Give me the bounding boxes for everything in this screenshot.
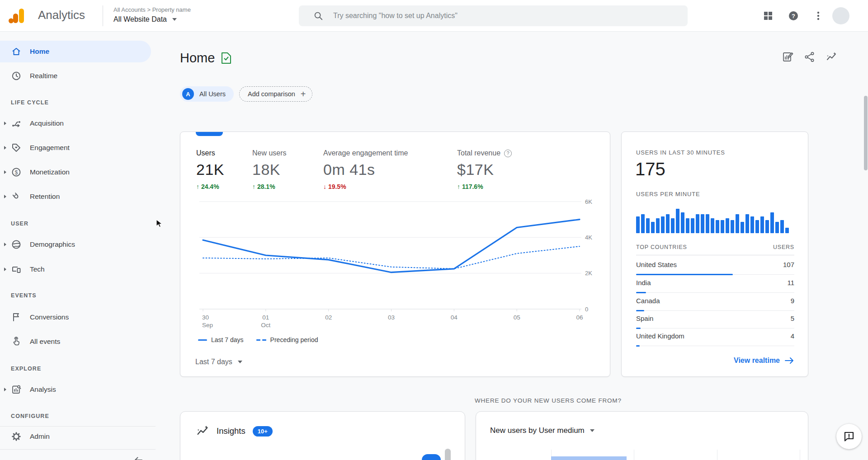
monetization-icon: $ — [11, 167, 22, 178]
sidebar-item-analysis[interactable]: Analysis — [0, 380, 156, 399]
users-trend-line-chart: 02K4K6K30Sep01Oct0203040506 — [190, 199, 602, 333]
expand-caret-icon[interactable] — [4, 268, 6, 271]
more-options-icon[interactable] — [814, 11, 822, 21]
mouse-cursor — [156, 219, 165, 228]
engagement-icon — [11, 142, 22, 153]
sidebar-item-retention[interactable]: Retention — [0, 188, 156, 206]
doc-check-icon — [221, 52, 231, 64]
insights-sparkle-icon — [196, 424, 209, 438]
all-events-icon — [11, 336, 22, 347]
minute-bar — [721, 220, 724, 233]
metric-value: 0m 41s — [323, 161, 408, 178]
demographics-icon — [11, 239, 22, 250]
apps-grid-icon[interactable] — [763, 11, 773, 21]
expand-caret-icon[interactable] — [4, 122, 6, 125]
sidebar-item-home[interactable]: Home — [0, 41, 151, 62]
metric-value: 18K — [252, 161, 287, 178]
insights-header[interactable]: Insights 10+ — [196, 424, 273, 438]
sidebar-item-admin[interactable]: Admin — [0, 427, 156, 446]
legend-preceding-period: Preceding period — [256, 336, 318, 343]
minute-bar — [676, 209, 679, 233]
metric-delta: ↓ 19.5% — [323, 183, 408, 190]
breadcrumb[interactable]: All Accounts > Property name — [113, 6, 191, 13]
country-bar-track — [636, 346, 794, 346]
new-users-dimension-selector[interactable]: New users by User medium — [490, 426, 594, 435]
expand-caret-icon[interactable] — [4, 170, 6, 174]
sidebar-item-acquisition[interactable]: Acquisition — [0, 114, 156, 132]
property-selector[interactable]: All Website Data — [113, 15, 177, 23]
analytics-logo-icon[interactable] — [8, 7, 25, 26]
clock-icon — [11, 70, 22, 81]
sidebar-item-label: Realtime — [30, 72, 57, 80]
sidebar-item-demographics[interactable]: Demographics — [0, 235, 156, 253]
metric-avg-engagement-time[interactable]: Average engagement time 0m 41s ↓ 19.5% — [323, 149, 408, 190]
minute-bar — [736, 214, 739, 233]
page-title-row: Home — [180, 51, 231, 66]
insights-count-badge: 10+ — [253, 426, 273, 437]
minute-bar — [691, 218, 694, 233]
expand-caret-icon[interactable] — [4, 388, 6, 391]
feedback-button[interactable] — [836, 424, 862, 449]
minute-bar — [646, 218, 650, 233]
sidebar-item-monetization[interactable]: $ Monetization — [0, 163, 156, 181]
svg-text:01: 01 — [262, 314, 269, 321]
metric-total-revenue[interactable]: Total revenue ? $17K ↑ 117.6% — [457, 149, 512, 190]
conversions-icon — [11, 312, 22, 323]
search-bar[interactable] — [299, 5, 688, 26]
view-realtime-link[interactable]: View realtime — [734, 357, 794, 365]
country-row-india: India 11 — [636, 275, 794, 293]
feedback-bubble-icon — [843, 431, 855, 442]
sidebar-item-label: Tech — [30, 265, 45, 273]
sidebar-item-realtime[interactable]: Realtime — [0, 67, 156, 85]
sidebar-section-explore: EXPLORE — [11, 364, 41, 373]
insights-icon[interactable] — [826, 51, 837, 63]
sidebar-item-conversions[interactable]: Conversions — [0, 308, 156, 326]
avatar[interactable] — [832, 7, 849, 24]
svg-text:?: ? — [792, 13, 795, 19]
minute-bar — [706, 214, 709, 233]
audience-label: All Users — [199, 90, 226, 98]
minute-bar — [745, 214, 749, 233]
expand-caret-icon[interactable] — [4, 146, 6, 150]
share-icon[interactable] — [804, 51, 816, 63]
minute-bar — [636, 216, 640, 233]
expand-caret-icon[interactable] — [4, 195, 6, 198]
realtime-card: USERS IN LAST 30 MINUTES 175 USERS PER M… — [621, 131, 808, 377]
chart-gridline — [717, 450, 717, 460]
minute-bar — [765, 220, 769, 233]
metric-label: Average engagement time — [323, 149, 408, 157]
collapse-sidebar-icon[interactable] — [133, 455, 144, 460]
sidebar-item-all-events[interactable]: All events — [0, 333, 156, 351]
acquisition-icon — [11, 118, 22, 129]
all-users-chip[interactable]: A All Users — [180, 86, 234, 102]
solid-line-swatch — [198, 339, 207, 341]
insights-scrollbar-thumb[interactable] — [445, 449, 451, 460]
metric-users[interactable]: Users 21K ↑ 24.4% — [196, 149, 224, 190]
realtime-users-value: 175 — [635, 159, 665, 179]
table-header-rule — [636, 255, 794, 255]
sidebar-item-tech[interactable]: Tech — [0, 260, 156, 278]
help-icon[interactable]: ? — [788, 11, 798, 21]
sidebar-item-label: Analysis — [30, 385, 56, 394]
dimension-selector-label: New users by User medium — [490, 426, 585, 435]
metric-label: Total revenue ? — [457, 149, 512, 157]
metric-delta: ↑ 117.6% — [457, 183, 512, 190]
date-range-label: Last 7 days — [195, 358, 232, 366]
metric-new-users[interactable]: New users 18K ↑ 28.1% — [252, 149, 287, 190]
minute-bar — [760, 216, 764, 233]
customize-report-icon[interactable] — [782, 51, 794, 63]
expand-caret-icon[interactable] — [4, 243, 6, 246]
sidebar-item-engagement[interactable]: Engagement — [0, 139, 156, 157]
page-scrollbar-thumb[interactable] — [864, 96, 868, 170]
minute-bar — [716, 220, 719, 233]
minute-bar — [681, 212, 684, 233]
sidebar-divider — [0, 449, 156, 450]
app-header: Analytics All Accounts > Property name A… — [0, 0, 868, 32]
minute-bar — [696, 214, 699, 233]
minute-bar — [741, 222, 744, 233]
add-comparison-button[interactable]: Add comparison + — [239, 86, 312, 102]
svg-text:0: 0 — [585, 306, 588, 313]
revenue-help-icon[interactable]: ? — [504, 150, 512, 157]
date-range-selector[interactable]: Last 7 days — [195, 358, 242, 366]
search-input[interactable] — [333, 12, 650, 20]
